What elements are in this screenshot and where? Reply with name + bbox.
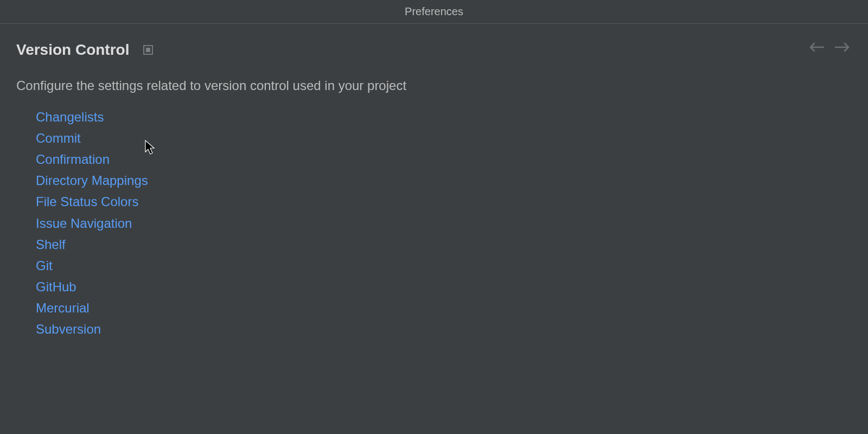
nav-arrows xyxy=(809,42,850,52)
forward-arrow-icon[interactable] xyxy=(834,42,850,52)
link-file-status-colors[interactable]: File Status Colors xyxy=(36,191,852,212)
link-commit[interactable]: Commit xyxy=(36,127,852,149)
link-shelf[interactable]: Shelf xyxy=(36,234,852,255)
content-area: Version Control Configure the settings r… xyxy=(0,24,868,340)
title-bar: Preferences xyxy=(0,0,868,24)
settings-links-list: Changelists Commit Confirmation Director… xyxy=(16,106,852,340)
link-changelists[interactable]: Changelists xyxy=(36,106,852,127)
link-confirmation[interactable]: Confirmation xyxy=(36,149,852,170)
svg-rect-1 xyxy=(146,48,150,52)
section-description: Configure the settings related to versio… xyxy=(16,78,852,93)
section-title: Version Control xyxy=(16,41,129,59)
section-header: Version Control xyxy=(16,41,852,59)
back-arrow-icon[interactable] xyxy=(809,42,825,52)
link-subversion[interactable]: Subversion xyxy=(36,318,852,340)
window-title: Preferences xyxy=(405,5,463,18)
link-git[interactable]: Git xyxy=(36,255,852,276)
link-github[interactable]: GitHub xyxy=(36,276,852,297)
link-directory-mappings[interactable]: Directory Mappings xyxy=(36,170,852,191)
link-mercurial[interactable]: Mercurial xyxy=(36,297,852,318)
project-level-icon xyxy=(143,45,153,55)
link-issue-navigation[interactable]: Issue Navigation xyxy=(36,213,852,234)
